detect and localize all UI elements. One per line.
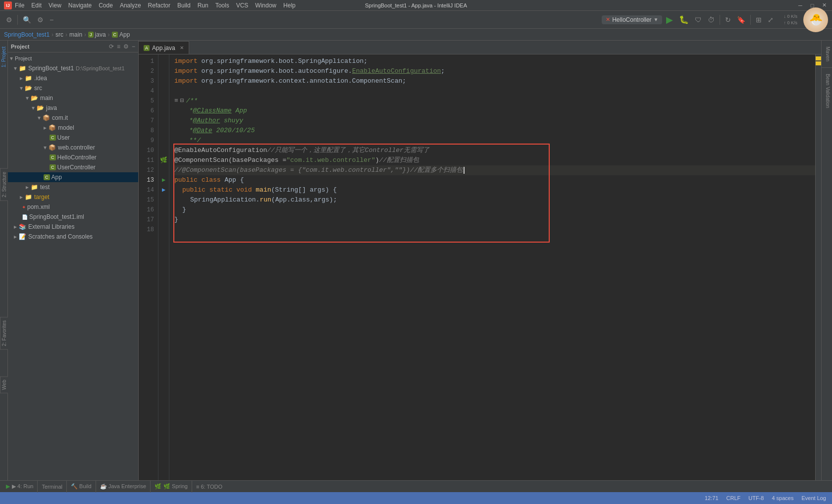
menu-tools[interactable]: Tools <box>215 2 229 9</box>
margin-warning-2[interactable] <box>816 61 821 65</box>
gutter-8 <box>158 126 169 136</box>
todo-tab[interactable]: ≡ 6: TODO <box>192 481 226 493</box>
maven-tab[interactable]: Maven <box>822 41 832 68</box>
breadcrumb-src[interactable]: src <box>55 31 63 38</box>
tree-user[interactable]: C User <box>8 133 138 143</box>
code-content[interactable]: import org.springframework.boot.SpringAp… <box>169 54 815 480</box>
tree-chevron-src: ▾ <box>20 85 23 92</box>
bean-validation-tab[interactable]: Bean Validation <box>822 68 832 114</box>
tree-project-root[interactable]: ▾ Project <box>8 53 138 63</box>
menu-refactor[interactable]: Refactor <box>148 2 170 9</box>
tree-model[interactable]: ▸ 📦 model <box>8 123 138 133</box>
extlibs-icon: 📚 <box>19 223 26 230</box>
tree-target[interactable]: ▸ 📁 target <box>8 192 138 202</box>
run-button[interactable]: ▶ <box>664 14 675 25</box>
line-num-4: 4 <box>139 86 154 96</box>
right-panel-tabs: Maven Bean Validation <box>821 41 832 480</box>
tree-app[interactable]: C App <box>8 172 138 182</box>
margin-warning-1[interactable] <box>816 56 821 60</box>
tree-external-libs[interactable]: ▸ 📚 External Libraries <box>8 222 138 232</box>
web-tab[interactable]: Web <box>0 376 8 393</box>
tree-scratches[interactable]: ▸ 📝 Scratches and Consoles <box>8 232 138 242</box>
tree-idea[interactable]: ▸ 📁 .idea <box>8 73 138 83</box>
toolbar-expand-icon[interactable]: ⤢ <box>766 15 776 25</box>
editor-tab-appjava[interactable]: A App.java ✕ <box>139 41 189 54</box>
gutter-6 <box>158 106 169 116</box>
coverage-button[interactable]: 🛡 <box>693 16 704 24</box>
arrow-icon-14[interactable]: ▶ <box>162 185 165 195</box>
spring-icon-11[interactable]: 🌿 <box>160 155 167 165</box>
menu-view[interactable]: View <box>49 2 61 9</box>
webctrl-package-icon: 📦 <box>49 144 56 151</box>
code-editor[interactable]: 1 2 3 4 5 6 7 8 9 10 11 12 13 14 15 16 1 <box>139 54 821 480</box>
structure-tab[interactable]: 2: Structure <box>0 168 8 201</box>
line-num-5: 5 <box>139 96 154 106</box>
tree-main[interactable]: ▾ 📂 main <box>8 93 138 103</box>
tree-pomxml[interactable]: ✦ pom.xml <box>8 202 138 212</box>
tree-src[interactable]: ▾ 📂 src <box>8 83 138 93</box>
terminal-tab[interactable]: Terminal <box>38 481 67 493</box>
tree-test[interactable]: ▸ 📁 test <box>8 182 138 192</box>
tree-main-label: main <box>40 95 53 101</box>
close-button[interactable]: ✕ <box>820 1 828 9</box>
editor-tab-bar: A App.java ✕ <box>139 41 821 54</box>
run-config-selector[interactable]: ✕ HelloController ▼ <box>602 15 662 24</box>
menu-edit[interactable]: Edit <box>31 2 42 9</box>
tree-chevron-java: ▾ <box>32 104 35 111</box>
toolbar-bookmark-icon[interactable]: 🔖 <box>735 15 747 25</box>
tree-webcontroller[interactable]: ▾ 📦 web.controller <box>8 143 138 152</box>
breadcrumb: SpringBoot_test1 › src › main › J java ›… <box>0 29 832 41</box>
menu-build[interactable]: Build <box>177 2 191 9</box>
tree-usercontroller[interactable]: C UserController <box>8 162 138 172</box>
sync-icon[interactable]: ⟳ <box>109 43 114 50</box>
tree-hellocontroller-label: HelloController <box>57 154 97 161</box>
toolbar-search-icon[interactable]: 🔍 <box>21 15 33 25</box>
close-panel-icon[interactable]: − <box>132 43 135 50</box>
settings-icon[interactable]: ⚙ <box>123 43 129 50</box>
breadcrumb-app[interactable]: C App <box>112 31 130 38</box>
menu-help[interactable]: Help <box>283 2 296 9</box>
toolbar-settings2-icon[interactable]: ⚙ <box>35 15 46 25</box>
run-tab[interactable]: ▶ ▶ 4: Run <box>2 481 38 493</box>
profile-button[interactable]: ⏱ <box>706 16 717 24</box>
breadcrumb-sep-1: › <box>52 31 53 38</box>
toolbar: ⚙ 🔍 ⚙ − ✕ HelloController ▼ ▶ 🐛 🛡 ⏱ ↻ 🔖 … <box>0 11 832 29</box>
minimize-button[interactable]: ─ <box>796 1 804 9</box>
fold-icon-5[interactable]: ≡ <box>174 96 178 106</box>
breadcrumb-java[interactable]: J java <box>88 31 106 38</box>
tab-close-icon[interactable]: ✕ <box>180 45 184 50</box>
favorites-tab[interactable]: 2: Favorites <box>0 317 8 350</box>
menu-analyze[interactable]: Analyze <box>120 2 141 9</box>
titlebar: IJ File Edit View Navigate Code Analyze … <box>0 0 832 11</box>
build-tab[interactable]: 🔨 Build <box>67 481 96 493</box>
collapse-icon[interactable]: ≡ <box>117 43 120 50</box>
tree-hellocontroller[interactable]: C HelloController <box>8 152 138 162</box>
tree-java[interactable]: ▾ 📂 java <box>8 103 138 113</box>
menu-run[interactable]: Run <box>198 2 208 9</box>
fold-chevron-5[interactable]: ⊟ <box>180 96 184 106</box>
debug-button[interactable]: 🐛 <box>677 15 691 24</box>
toolbar-settings-icon[interactable]: ⚙ <box>4 15 14 25</box>
tree-comit[interactable]: ▾ 📦 com.it <box>8 113 138 123</box>
project-tab[interactable]: 1: Project <box>0 43 7 71</box>
menu-vcs[interactable]: VCS <box>236 2 249 9</box>
java-enterprise-tab[interactable]: ☕ Java Enterprise <box>96 481 151 493</box>
toolbar-refresh-icon[interactable]: ↻ <box>723 15 733 25</box>
breadcrumb-main[interactable]: main <box>69 31 82 38</box>
menu-code[interactable]: Code <box>99 2 113 9</box>
gutter-14[interactable]: ▶ <box>158 185 169 195</box>
gutter-13[interactable]: ▶ <box>158 175 169 185</box>
project-panel-title: Project <box>11 44 29 50</box>
tree-springboot[interactable]: ▾ 📁 SpringBoot_test1 D:\SpringBoot_test1 <box>8 63 138 73</box>
spring-tab[interactable]: 🌿 🌿 Spring <box>151 481 192 493</box>
menu-file[interactable]: File <box>15 2 24 9</box>
gutter-11[interactable]: 🌿 <box>158 155 169 165</box>
toolbar-layout-icon[interactable]: ⊞ <box>754 15 764 25</box>
run-icon-13[interactable]: ▶ <box>162 175 165 185</box>
event-log[interactable]: Event Log <box>801 495 826 501</box>
breadcrumb-project[interactable]: SpringBoot_test1 <box>4 31 50 38</box>
toolbar-minus-icon[interactable]: − <box>48 15 55 25</box>
tree-iml[interactable]: 📄 SpringBoot_test1.iml <box>8 212 138 222</box>
menu-navigate[interactable]: Navigate <box>68 2 92 9</box>
menu-window[interactable]: Window <box>255 2 276 9</box>
